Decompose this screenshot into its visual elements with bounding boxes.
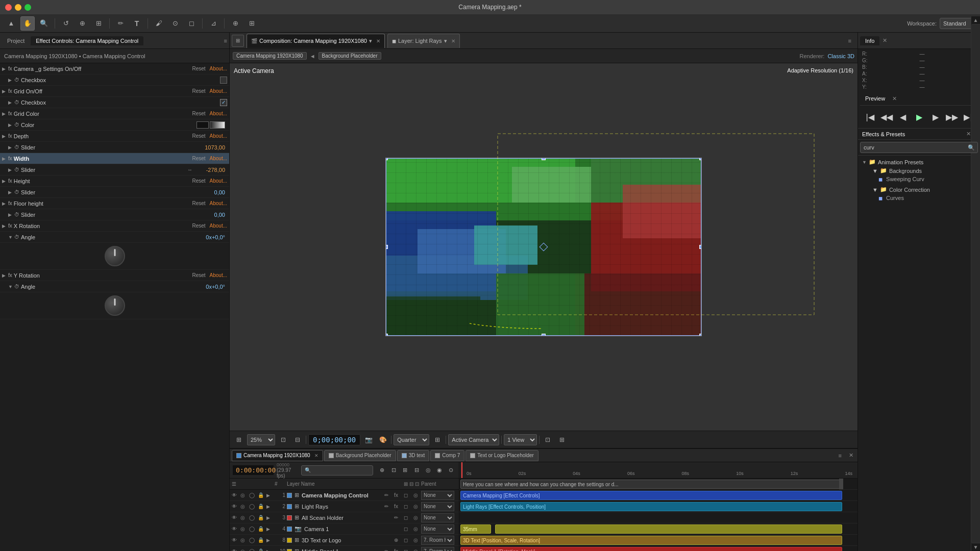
layer-1[interactable]: 👁 ◎ ◯ 🔒 ▶ 1 ⊞ Camera Mapping Control ✏ f… — [230, 490, 459, 501]
grid-onoff-about[interactable]: About... — [210, 88, 227, 94]
item-sweeping-curv[interactable]: ◼ Sweeping Curv — [862, 175, 976, 183]
height-slider-val[interactable]: 0,00 — [194, 189, 225, 195]
fx-cam-checkbox-row[interactable]: ▶ ⏱ Checkbox — [0, 74, 229, 86]
tl-markers[interactable]: ◎ — [423, 465, 433, 476]
layer-10-parent[interactable]: 7. Room Ho — [421, 547, 457, 552]
layer-3-expand[interactable]: ▶ — [266, 515, 274, 520]
effects-search-input[interactable] — [860, 142, 978, 153]
layer-10-switch2[interactable]: ◎ — [411, 547, 420, 552]
comp-canvas[interactable] — [385, 158, 702, 336]
layer-10-switch-3d[interactable]: ◻ — [402, 547, 410, 552]
track-bar-5[interactable]: 3D Text [Position, Scale, Rotation] — [460, 536, 842, 545]
layer-10[interactable]: 👁 ◎ ◯ 🔒 ▶ 10 ⊞ Middle Panel 1 ✏ fx ◻ — [230, 546, 459, 551]
camera-select[interactable]: Active Camera — [448, 434, 499, 445]
layer-8-audio[interactable]: ◎ — [240, 537, 248, 543]
viewer-settings-icon[interactable]: ⊞ — [556, 434, 568, 446]
layer-2[interactable]: 👁 ◎ ◯ 🔒 ▶ 2 ⊞ Light Rays ✏ fx ◻ — [230, 501, 459, 512]
tl-switch[interactable]: ⊟ — [412, 465, 422, 476]
layer-10-parent-select[interactable]: 7. Room Ho — [421, 547, 454, 552]
text-tool[interactable]: T — [130, 16, 144, 31]
depth-slider-val[interactable]: 1073,00 — [194, 144, 225, 151]
timeline-playhead[interactable] — [461, 462, 462, 478]
floor-slider-val[interactable]: 0,00 — [194, 212, 225, 218]
sel-handle-mr[interactable] — [699, 245, 702, 249]
comp-panel-menu[interactable]: ≡ — [844, 38, 855, 44]
expand-height-slider[interactable]: ▶ — [8, 190, 14, 195]
arrow-tool[interactable]: ▲ — [4, 16, 18, 31]
timecode-display[interactable]: 0;00;00;00 — [308, 434, 360, 445]
comp-tab-close[interactable]: ✕ — [376, 38, 380, 44]
layer-8-switch-3d[interactable]: ◻ — [402, 536, 410, 544]
viewer-color-icon[interactable]: 🎨 — [377, 434, 389, 446]
layer-8-switch-fx[interactable]: ⊕ — [392, 536, 400, 544]
minimize-button[interactable] — [15, 4, 21, 11]
layer-4-vis[interactable]: 👁 — [232, 526, 239, 532]
viewer-grid-icon[interactable]: ⊞ — [233, 434, 245, 446]
expand-yrot[interactable]: ▶ — [2, 273, 8, 278]
maximize-button[interactable] — [24, 4, 31, 11]
fx-color-swatch-row[interactable]: ▶ ⏱ Color — [0, 119, 229, 131]
x-rotation-dial[interactable] — [105, 246, 125, 266]
fx-grid-color[interactable]: ▶ fx Grid Color Reset About... — [0, 108, 229, 119]
fx-depth-slider-row[interactable]: ▶ ⏱ Slider 1073,00 — [0, 142, 229, 153]
cam-settings-reset[interactable]: Reset — [192, 66, 205, 71]
layer-4-expand[interactable]: ▶ — [266, 527, 274, 532]
grid-color-about[interactable]: About... — [210, 111, 227, 116]
layer-1-switch-fx[interactable]: ✏ — [382, 491, 390, 499]
viewer-icon[interactable]: ⊞ — [232, 35, 244, 47]
track-bar-4-full[interactable] — [495, 524, 842, 534]
layer-4-solo[interactable]: ◯ — [249, 526, 256, 532]
layer-4-name[interactable]: Camera 1 — [304, 526, 400, 532]
layer-4-audio[interactable]: ◎ — [240, 526, 248, 532]
layer-2-audio[interactable]: ◎ — [240, 504, 248, 509]
layer-10-switch-fx[interactable]: ✏ — [382, 547, 390, 552]
layer-10-solo[interactable]: ◯ — [249, 548, 256, 551]
layer-2-switch-3d[interactable]: ◻ — [402, 503, 410, 511]
layer-8[interactable]: 👁 ◎ ◯ 🔒 ▶ 8 ⊞ 3D Text or Logo ⊕ ◻ ◎ — [230, 535, 459, 546]
layer-1-switch-quality[interactable]: ◎ — [411, 491, 420, 499]
layer-8-parent-select[interactable]: 7. Room Ho — [421, 536, 454, 545]
expand-width-slider[interactable]: ▶ — [8, 167, 14, 172]
fx-height-slider-row[interactable]: ▶ ⏱ Slider 0,00 — [0, 187, 229, 198]
tab-composition[interactable]: 🎬 Composition: Camera Mapping 1920X1080 … — [247, 34, 385, 48]
timeline-tab-comp7[interactable]: Comp 7 — [430, 450, 464, 461]
layer-3-audio[interactable]: ◎ — [240, 515, 248, 520]
layer-4-parent-select[interactable]: None — [421, 524, 454, 534]
track-1[interactable]: Camera Mapping [Effect Controls] — [459, 490, 857, 501]
expand-depth-slider[interactable]: ▶ — [8, 145, 14, 150]
fx-x-rotation[interactable]: ▶ fx X Rotation Reset About... — [0, 220, 229, 232]
tl-motion-blur[interactable]: ⊙ — [446, 465, 456, 476]
layer-8-switch2[interactable]: ◎ — [411, 536, 420, 544]
preview-first[interactable]: |◀ — [863, 110, 877, 124]
preview-step-fwd[interactable]: ▶ — [928, 110, 943, 124]
layer-1-audio[interactable]: ◎ — [240, 492, 248, 498]
tab-layer[interactable]: ◼ Layer: Light Rays ▾ ✕ — [387, 34, 460, 48]
viewer-camera-icon[interactable]: 📷 — [362, 434, 375, 446]
depth-about[interactable]: About... — [210, 133, 227, 139]
sel-handle-tc[interactable] — [542, 158, 546, 160]
layer-10-expand[interactable]: ▶ — [266, 549, 274, 552]
sel-handle-tl[interactable] — [385, 158, 388, 160]
floor-height-about[interactable]: About... — [210, 201, 227, 206]
eraser-tool[interactable]: ◻ — [184, 16, 199, 31]
quality-select[interactable]: QuarterHalfFull — [394, 434, 429, 445]
tab-project[interactable]: Project — [2, 36, 30, 45]
layer-8-vis[interactable]: 👁 — [232, 537, 239, 543]
width-about[interactable]: About... — [210, 156, 227, 161]
grid-checkbox-val[interactable]: ✓ — [220, 99, 227, 106]
layer-8-name[interactable]: 3D Text or Logo — [302, 537, 390, 543]
layer-1-solo[interactable]: ◯ — [249, 492, 256, 498]
layer-8-expand[interactable]: ▶ — [266, 538, 274, 543]
tl-solo-all[interactable]: ◉ — [435, 465, 445, 476]
hand-tool[interactable]: ✋ — [20, 16, 35, 31]
sel-handle-br[interactable] — [699, 334, 702, 336]
zoom-tool[interactable]: 🔍 — [37, 16, 51, 31]
brush-tool[interactable]: 🖌 — [152, 16, 166, 31]
y-rotation-dial[interactable] — [105, 295, 125, 316]
expand-height[interactable]: ▶ — [2, 179, 8, 184]
expand-xrot[interactable]: ▶ — [2, 223, 8, 229]
track-bar-2[interactable]: Light Rays [Effect Controls, Position] — [460, 502, 842, 511]
layer-2-solo[interactable]: ◯ — [249, 504, 256, 509]
expand-yrot-angle[interactable]: ▼ — [8, 284, 14, 289]
viewer-export-icon[interactable]: ⊡ — [542, 434, 554, 446]
